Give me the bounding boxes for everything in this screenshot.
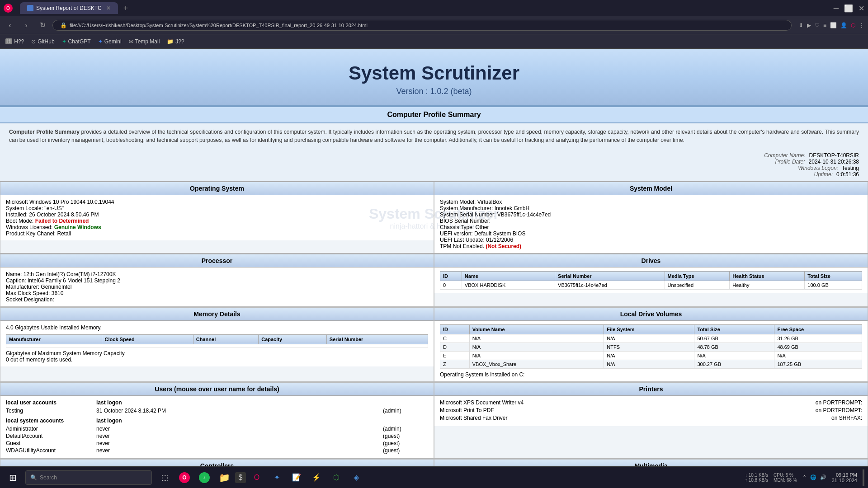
bookmark-github[interactable]: ⊙ GitHub bbox=[31, 38, 54, 45]
bookmark-h-icon: H bbox=[5, 38, 12, 44]
os-line2: System Locale: "en-US" bbox=[6, 205, 428, 211]
volume-table-row: EN/AN/AN/AN/A bbox=[440, 352, 862, 360]
system-user-row: Guestnever(guest) bbox=[6, 440, 428, 446]
summary-text: provides a detailed overview of the tech… bbox=[9, 129, 859, 143]
lock-icon: 🔒 bbox=[60, 22, 67, 28]
system-user-row: Administratornever(admin) bbox=[6, 426, 428, 432]
system-model-header: System Model bbox=[434, 182, 868, 195]
taskbar-app-extra1[interactable]: O bbox=[248, 469, 266, 487]
close-button[interactable]: ✕ bbox=[859, 4, 864, 13]
settings-icon[interactable]: ⋮ bbox=[859, 22, 864, 28]
profile-summary-header: Computer Profile Summary bbox=[0, 106, 868, 123]
clock-time: 09:16 PM bbox=[832, 472, 857, 478]
sys-user-type: (guest) bbox=[383, 433, 428, 439]
bookmark-h[interactable]: H H?? bbox=[5, 38, 24, 45]
printer-row: Microsoft Shared Fax Driveron SHRFAX: bbox=[440, 415, 862, 421]
address-bar[interactable]: 🔒 file:///C:/Users/Hrishikesh/Desktop/Sy… bbox=[52, 20, 792, 31]
sys-user-logon: never bbox=[96, 447, 232, 454]
show-desktop-button[interactable] bbox=[863, 469, 864, 486]
taskbar-search[interactable]: 🔍 Search bbox=[25, 470, 152, 485]
search-icon: 🔍 bbox=[30, 474, 37, 481]
taskbar-spotify-app[interactable]: ♪ bbox=[195, 469, 213, 487]
bookmark-icon[interactable]: ♡ bbox=[815, 22, 820, 28]
drive-id: 0 bbox=[440, 281, 462, 290]
screenshot-icon[interactable]: ⬜ bbox=[830, 22, 837, 28]
taskbar-vscode-app[interactable]: ◈ bbox=[347, 469, 365, 487]
volume-table-row: CN/AN/A50.67 GB31.26 GB bbox=[440, 334, 862, 343]
taskbar-app-extra3[interactable]: ⚡ bbox=[307, 469, 326, 487]
printer-name: Microsoft XPS Document Writer v4 bbox=[440, 399, 524, 406]
proc-socket: Socket Designation: bbox=[6, 296, 428, 303]
drives-col-size: Total Size bbox=[805, 272, 862, 281]
drives-col-health: Health Status bbox=[730, 272, 805, 281]
vol-total: N/A bbox=[694, 352, 774, 360]
download-icon[interactable]: ⬇ bbox=[799, 22, 803, 28]
bios-serial: BIOS Serial Number: bbox=[440, 218, 862, 224]
local-volumes-section: Local Drive Volumes ID Volume Name File … bbox=[434, 307, 868, 382]
tab-bar: System Report of DESKTC ✕ + bbox=[16, 0, 826, 16]
tab-close-button[interactable]: ✕ bbox=[106, 5, 111, 11]
active-tab[interactable]: System Report of DESKTC ✕ bbox=[20, 2, 118, 14]
title-bar: O System Report of DESKTC ✕ + ─ ⬜ ✕ bbox=[0, 0, 868, 16]
bookmark-tempmail-label: Temp Mail bbox=[135, 38, 160, 45]
processor-section: Processor Name: 12th Gen Intel(R) Core(T… bbox=[0, 254, 434, 307]
vol-col-id: ID bbox=[440, 325, 470, 334]
processor-header: Processor bbox=[0, 254, 434, 267]
printers-header: Printers bbox=[434, 383, 868, 396]
taskbar-browser-app[interactable]: O bbox=[175, 469, 193, 487]
vol-id: E bbox=[440, 352, 470, 360]
forward-button[interactable]: › bbox=[20, 19, 33, 32]
computer-name-row: Computer Name: DESKTOP-T40RSIR bbox=[9, 152, 859, 159]
sys-user-type: (guest) bbox=[383, 447, 428, 454]
clock-date: 31-10-2024 bbox=[832, 478, 857, 483]
vol-total: 48.78 GB bbox=[694, 343, 774, 352]
sys-user-logon: never bbox=[96, 440, 232, 446]
printer-name: Microsoft Print To PDF bbox=[440, 407, 494, 413]
start-button[interactable]: ⊞ bbox=[4, 469, 22, 487]
new-tab-button[interactable]: + bbox=[120, 4, 132, 13]
os-licensed: Windows Licensed: Genuine Windows bbox=[6, 224, 428, 230]
sys-user-name: DefaultAccount bbox=[6, 433, 96, 439]
network-down: ↓ 10.1 KB/s bbox=[745, 473, 768, 478]
tpm-prefix: TPM Not Enabled. bbox=[440, 243, 486, 249]
taskbar-files-app[interactable]: 📁 bbox=[215, 469, 233, 487]
memory-section: Memory Details 4.0 Gigabytes Usable Inst… bbox=[0, 307, 434, 382]
local-user-empty bbox=[232, 408, 383, 414]
memory-installed: 4.0 Gigabytes Usable Installed Memory. bbox=[6, 324, 428, 331]
drives-col-serial: Serial Number bbox=[555, 272, 665, 281]
system-model-section: System Model System Model: VirtualBox Sy… bbox=[434, 182, 868, 253]
bookmark-tempmail[interactable]: ✉ Temp Mail bbox=[129, 38, 160, 45]
bookmark-j[interactable]: 📁 J?? bbox=[167, 38, 184, 45]
back-button[interactable]: ‹ bbox=[4, 19, 16, 32]
vol-col-name: Volume Name bbox=[469, 325, 604, 334]
tpm-value: (Not Secured) bbox=[486, 243, 521, 249]
bookmark-chatgpt[interactable]: ✦ ChatGPT bbox=[62, 38, 91, 45]
minimize-button[interactable]: ─ bbox=[834, 4, 839, 12]
users-col-logon: last logon bbox=[96, 399, 232, 406]
opera-taskbar-icon: O bbox=[179, 472, 190, 483]
url-text: file:///C:/Users/Hrishikesh/Desktop/Syst… bbox=[70, 23, 368, 28]
taskbar-notes-app[interactable]: 📝 bbox=[288, 469, 306, 487]
computer-name-label: Computer Name: bbox=[764, 152, 805, 159]
volume-icon[interactable]: 🔊 bbox=[820, 474, 826, 480]
taskbar-app-extra2[interactable]: ✦ bbox=[268, 469, 286, 487]
reading-mode-icon[interactable]: ≡ bbox=[823, 22, 826, 28]
network-icon[interactable]: 🌐 bbox=[810, 474, 816, 480]
users-col-empty bbox=[232, 399, 383, 406]
tray-arrow-icon[interactable]: ⌃ bbox=[802, 474, 807, 480]
taskbar-terminal-app[interactable]: $ bbox=[235, 472, 246, 483]
restore-button[interactable]: ⬜ bbox=[844, 4, 853, 13]
uptime-value: 0:0:51:36 bbox=[836, 171, 859, 178]
windows-logon-row: Windows Logon: Testing bbox=[9, 165, 859, 171]
extensions-icon[interactable]: ⬡ bbox=[851, 22, 855, 28]
bookmark-gemini[interactable]: ✦ Gemini bbox=[98, 38, 122, 45]
play-icon[interactable]: ▶ bbox=[807, 22, 811, 28]
taskbar-app-extra4[interactable]: ⬡ bbox=[327, 469, 345, 487]
profile-icon[interactable]: 👤 bbox=[840, 22, 847, 28]
users-col-type bbox=[383, 399, 428, 406]
taskbar-clock[interactable]: 09:16 PM 31-10-2024 bbox=[832, 472, 857, 483]
vol-id: C bbox=[440, 334, 470, 343]
taskbar-taskview-button[interactable]: ⬚ bbox=[156, 469, 174, 487]
reload-button[interactable]: ↻ bbox=[36, 19, 49, 32]
vol-free: N/A bbox=[774, 352, 862, 360]
